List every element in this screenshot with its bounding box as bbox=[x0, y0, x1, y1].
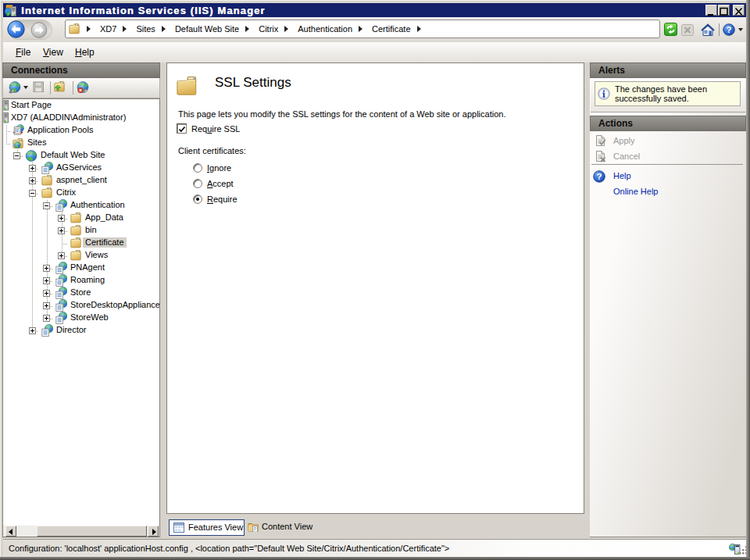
svg-text:?: ? bbox=[596, 172, 602, 181]
svg-text:?: ? bbox=[726, 25, 731, 34]
